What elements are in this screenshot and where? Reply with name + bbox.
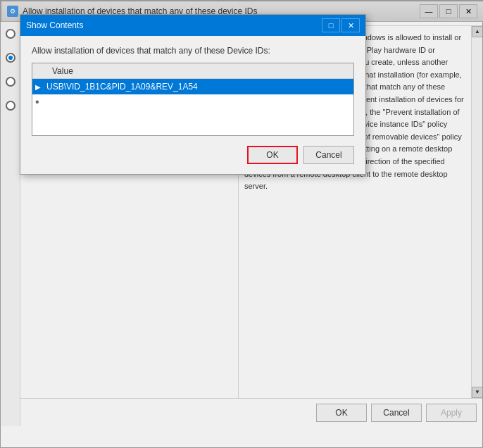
table-body[interactable]: ▶ USB\VID_1B1C&PID_1A09&REV_1A54 • <box>32 79 353 135</box>
radio-4[interactable] <box>6 101 15 111</box>
close-button[interactable]: ✕ <box>459 4 477 18</box>
value-table: Value ▶ USB\VID_1B1C&PID_1A09&REV_1A54 • <box>32 63 354 136</box>
window-controls: — □ ✕ <box>420 4 477 18</box>
dialog-footer: OK Cancel <box>32 146 354 164</box>
bottom-bar: OK Cancel Apply <box>20 398 482 426</box>
dialog-titlebar: Show Contents □ ✕ <box>20 15 365 36</box>
apply-button[interactable]: Apply <box>426 404 477 422</box>
table-header: Value <box>32 63 353 79</box>
dialog-description: Allow installation of devices that match… <box>32 46 354 56</box>
dialog-ok-button[interactable]: OK <box>247 146 298 164</box>
row-arrow: ▶ <box>35 83 46 91</box>
right-scrollbar[interactable]: ▲ ▼ <box>471 26 482 398</box>
show-contents-dialog: Show Contents □ ✕ Allow installation of … <box>20 14 366 175</box>
window-icon: ⚙ <box>7 6 18 17</box>
radio-2[interactable] <box>6 53 15 63</box>
radio-1[interactable] <box>6 29 15 39</box>
dialog-close-button[interactable]: ✕ <box>341 18 360 32</box>
table-value-header: Value <box>49 66 76 76</box>
table-row[interactable]: ▶ USB\VID_1B1C&PID_1A09&REV_1A54 <box>32 79 353 94</box>
left-sidebar <box>1 1 20 426</box>
dialog-cancel-button[interactable]: Cancel <box>303 146 354 164</box>
dialog-content: Allow installation of devices that match… <box>20 36 365 174</box>
maximize-button[interactable]: □ <box>439 4 458 18</box>
dialog-controls: □ ✕ <box>322 18 360 32</box>
ok-button[interactable]: OK <box>316 404 367 422</box>
empty-row-dot: • <box>35 97 46 108</box>
minimize-button[interactable]: — <box>420 4 438 18</box>
dialog-title: Show Contents <box>26 20 322 30</box>
row-value: USB\VID_1B1C&PID_1A09&REV_1A54 <box>46 82 198 92</box>
radio-3[interactable] <box>6 77 15 87</box>
table-empty-row[interactable]: • <box>32 94 353 110</box>
cancel-button[interactable]: Cancel <box>371 404 422 422</box>
dialog-restore-button[interactable]: □ <box>322 18 340 32</box>
